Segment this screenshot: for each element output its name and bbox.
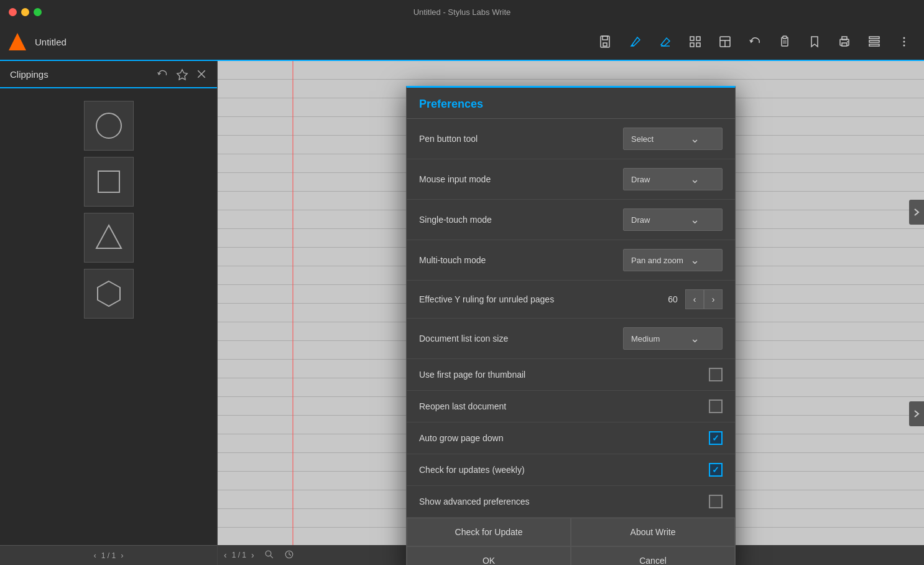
list-item[interactable] bbox=[84, 157, 134, 207]
svg-rect-29 bbox=[98, 171, 119, 192]
svg-point-28 bbox=[96, 113, 121, 138]
pref-row-show-advanced-preferences: Show advanced preferences bbox=[407, 486, 735, 518]
svg-marker-0 bbox=[9, 33, 26, 50]
bookmark-button[interactable] bbox=[801, 28, 828, 55]
pref-control-single-touch-mode: Draw ⌄ bbox=[623, 208, 723, 231]
svg-point-25 bbox=[903, 45, 905, 47]
effective-y-ruling-increment[interactable]: › bbox=[704, 289, 723, 309]
sidebar-header: Clippings bbox=[0, 61, 217, 88]
svg-rect-6 bbox=[696, 37, 700, 40]
pref-row-mouse-input-mode: Mouse input mode Draw ⌄ bbox=[407, 159, 735, 200]
document-list-icon-size-select[interactable]: Medium ⌄ bbox=[623, 327, 723, 350]
minimize-window-button[interactable] bbox=[21, 8, 29, 16]
traffic-lights bbox=[0, 8, 42, 16]
pref-control-use-first-page-thumbnail bbox=[709, 368, 723, 381]
close-window-button[interactable] bbox=[9, 8, 17, 16]
sidebar-prev-page-button[interactable]: ‹ bbox=[93, 551, 96, 560]
pref-label-mouse-input-mode: Mouse input mode bbox=[419, 174, 491, 184]
preferences-dialog: Preferences Pen button tool Select ⌄ bbox=[406, 86, 736, 565]
svg-rect-20 bbox=[869, 37, 879, 39]
sidebar: Clippings bbox=[0, 61, 218, 565]
svg-point-19 bbox=[847, 41, 848, 42]
clipboard-button[interactable] bbox=[771, 28, 798, 55]
dialog-title: Preferences bbox=[419, 98, 483, 110]
main-layout: Clippings bbox=[0, 61, 924, 565]
sidebar-undo-button[interactable] bbox=[156, 68, 169, 80]
hexagon-shape bbox=[93, 278, 124, 309]
svg-rect-13 bbox=[783, 36, 787, 39]
sidebar-next-page-button[interactable]: › bbox=[121, 551, 123, 560]
check-for-update-button[interactable]: Check for Update bbox=[407, 518, 571, 546]
more-button[interactable] bbox=[890, 28, 918, 55]
sidebar-close-button[interactable] bbox=[196, 68, 207, 80]
pref-control-auto-grow-page-down bbox=[709, 431, 723, 445]
svg-rect-5 bbox=[690, 37, 694, 40]
list-item[interactable] bbox=[84, 269, 134, 319]
svg-rect-22 bbox=[869, 44, 879, 46]
grid-button[interactable] bbox=[681, 28, 709, 55]
show-advanced-preferences-checkbox[interactable] bbox=[709, 495, 723, 508]
pref-control-multi-touch-mode: Pan and zoom ⌄ bbox=[623, 249, 723, 271]
cancel-button[interactable]: Cancel bbox=[571, 546, 735, 565]
effective-y-ruling-value: 60 bbox=[660, 294, 685, 304]
mouse-input-mode-select[interactable]: Draw ⌄ bbox=[623, 168, 723, 190]
save-button[interactable] bbox=[592, 28, 619, 55]
pref-control-show-advanced-preferences bbox=[709, 495, 723, 508]
sidebar-page-nav: ‹ 1 / 1 › bbox=[0, 545, 217, 565]
titlebar: Untitled - Stylus Labs Write bbox=[0, 0, 924, 24]
print-button[interactable] bbox=[831, 28, 858, 55]
svg-rect-7 bbox=[690, 43, 694, 47]
maximize-window-button[interactable] bbox=[34, 8, 42, 16]
dialog-body: Pen button tool Select ⌄ Mouse input mod… bbox=[407, 119, 735, 518]
svg-rect-2 bbox=[603, 36, 608, 40]
pref-row-multi-touch-mode: Multi-touch mode Pan and zoom ⌄ bbox=[407, 240, 735, 281]
sidebar-header-actions bbox=[156, 68, 207, 80]
layout-button[interactable] bbox=[711, 28, 739, 55]
pref-label-show-advanced-preferences: Show advanced preferences bbox=[419, 497, 529, 507]
pref-row-reopen-last-document: Reopen last document bbox=[407, 391, 735, 423]
svg-rect-3 bbox=[603, 43, 607, 46]
chevron-down-icon: ⌄ bbox=[690, 213, 700, 226]
pref-control-mouse-input-mode: Draw ⌄ bbox=[623, 168, 723, 190]
dialog-footer-row2: OK Cancel bbox=[407, 546, 735, 565]
dialog-footer-row1: Check for Update About Write bbox=[407, 518, 735, 546]
reopen-last-document-checkbox[interactable] bbox=[709, 399, 723, 413]
undo-button[interactable] bbox=[741, 28, 769, 55]
pref-label-multi-touch-mode: Multi-touch mode bbox=[419, 255, 486, 265]
layout2-button[interactable] bbox=[861, 28, 888, 55]
single-touch-mode-select[interactable]: Draw ⌄ bbox=[623, 208, 723, 231]
multi-touch-mode-select[interactable]: Pan and zoom ⌄ bbox=[623, 249, 723, 271]
pref-label-use-first-page-thumbnail: Use first page for thumbnail bbox=[419, 370, 525, 380]
pref-label-auto-grow-page-down: Auto grow page down bbox=[419, 433, 503, 443]
pref-label-single-touch-mode: Single-touch mode bbox=[419, 215, 492, 225]
ok-button[interactable]: OK bbox=[407, 546, 571, 565]
circle-shape bbox=[93, 110, 124, 141]
dialog-overlay: Preferences Pen button tool Select ⌄ bbox=[218, 61, 924, 565]
sidebar-page-label: 1 / 1 bbox=[101, 551, 116, 560]
pref-label-document-list-icon-size: Document list icon size bbox=[419, 334, 508, 343]
sidebar-title: Clippings bbox=[10, 69, 49, 80]
dialog-header: Preferences bbox=[407, 88, 735, 119]
toolbar-actions bbox=[592, 28, 918, 55]
effective-y-ruling-decrement[interactable]: ‹ bbox=[685, 289, 704, 309]
chevron-down-icon: ⌄ bbox=[690, 132, 700, 146]
sidebar-pin-button[interactable] bbox=[176, 68, 188, 80]
pen-button-tool-select[interactable]: Select ⌄ bbox=[623, 128, 723, 150]
auto-grow-page-down-checkbox[interactable] bbox=[709, 431, 723, 445]
check-for-updates-checkbox[interactable] bbox=[709, 463, 723, 477]
shapes-list bbox=[0, 88, 217, 331]
svg-point-24 bbox=[903, 41, 905, 43]
svg-rect-18 bbox=[842, 43, 847, 46]
pref-row-auto-grow-page-down: Auto grow page down bbox=[407, 423, 735, 454]
list-item[interactable] bbox=[84, 213, 134, 263]
document-title: Untitled bbox=[35, 37, 592, 47]
list-item[interactable] bbox=[84, 101, 134, 151]
eraser-button[interactable] bbox=[652, 28, 679, 55]
square-shape bbox=[93, 166, 124, 197]
about-write-button[interactable]: About Write bbox=[571, 518, 735, 546]
use-first-page-thumbnail-checkbox[interactable] bbox=[709, 368, 723, 381]
chevron-down-icon: ⌄ bbox=[690, 332, 700, 345]
pref-control-pen-button-tool: Select ⌄ bbox=[623, 128, 723, 150]
pref-row-check-for-updates: Check for updates (weekly) bbox=[407, 454, 735, 486]
pen-button[interactable] bbox=[622, 28, 649, 55]
